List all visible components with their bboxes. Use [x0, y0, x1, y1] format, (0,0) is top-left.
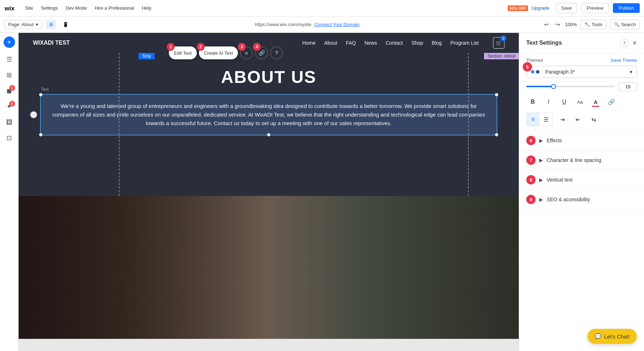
save-button[interactable]: Save [556, 3, 577, 13]
sidebar-item-media[interactable]: 🖼 [2, 115, 16, 129]
italic-button[interactable]: I [542, 95, 555, 108]
nav-about[interactable]: About [324, 40, 337, 46]
second-bar-right: ↩ ↪ 100% 🔧 Tools 🔍 Search [543, 20, 640, 29]
media-icon: 🖼 [6, 119, 13, 126]
font-size-slider[interactable] [526, 86, 615, 88]
text-direction-button[interactable]: ⇆ [587, 113, 600, 126]
connect-domain-link[interactable]: Connect Your Domain [314, 22, 359, 27]
theme-selector-dropdown[interactable]: Paragraph 3* ▾ [526, 66, 637, 78]
panel-close-button[interactable]: ✕ [632, 40, 637, 46]
menu-settings[interactable]: Settings [38, 4, 60, 12]
redo-button[interactable]: ↪ [554, 20, 561, 29]
floating-toolbar: 1 Edit Text 2 Create AI Text 3 [169, 46, 283, 59]
url-bar: https://www.wix.com/mysite Connect Your … [75, 22, 539, 27]
search-button-top[interactable]: 🔍 Search [610, 20, 640, 29]
menu-site[interactable]: Site [22, 4, 36, 12]
tools-icon: 🔧 [584, 22, 590, 27]
create-ai-text-button[interactable]: Create AI Text [199, 46, 238, 59]
mobile-icon: 📱 [63, 22, 69, 27]
nav-news[interactable]: News [365, 40, 377, 46]
font-color-button[interactable]: A [589, 95, 602, 108]
nav-blog[interactable]: Blog [432, 40, 442, 46]
resize-handle-bl[interactable] [39, 133, 43, 137]
menu-hire[interactable]: Hire a Professional [92, 4, 137, 12]
sidebar-item-wix-app[interactable]: ◼ 1 [2, 84, 16, 98]
rotate-handle[interactable]: ↺ [30, 111, 37, 118]
desktop-device-button[interactable]: 🖥 [46, 20, 56, 29]
font-size-row [526, 82, 637, 91]
nav-contact[interactable]: Contact [386, 40, 403, 46]
mobile-device-button[interactable]: 📱 [60, 20, 72, 29]
edit-text-wrapper: 1 Edit Text [169, 46, 197, 59]
step-3-badge: 3 [238, 43, 246, 51]
tools-button[interactable]: 🔧 Tools [580, 20, 606, 29]
nav-home[interactable]: Home [302, 40, 316, 46]
edit-text-label: Edit Text [174, 50, 192, 56]
themes-section: Themes Save Theme 5 Paragraph 3* ▾ [519, 53, 644, 131]
step3-wrapper: 3 « [240, 46, 253, 59]
slider-thumb[interactable] [551, 84, 556, 89]
sidebar-item-add-section[interactable]: ⊞ [2, 68, 16, 82]
resize-handle-br[interactable] [495, 133, 498, 137]
panel-help-button[interactable]: ? [620, 39, 629, 47]
desktop-icon: 🖥 [49, 22, 53, 27]
nav-program-list[interactable]: Program List [450, 40, 479, 46]
sidebar-item-widgets[interactable]: ⊡ [2, 131, 16, 145]
indent-increase-button[interactable]: ⇥ [556, 113, 569, 126]
underline-button[interactable]: U [558, 95, 571, 108]
upgrade-button[interactable]: Upgrade [532, 5, 550, 11]
theme-color-dots [531, 70, 540, 74]
site-logo: WIXADI TEST [33, 40, 70, 46]
slider-fill [526, 86, 553, 87]
save-theme-link[interactable]: Save Theme [611, 58, 637, 63]
add-element-button[interactable]: + [4, 36, 15, 48]
menu-help[interactable]: Help [139, 4, 154, 12]
create-ai-wrapper: 2 Create AI Text [199, 46, 238, 59]
zoom-display: 100% [565, 22, 577, 27]
publish-button[interactable]: Publish [613, 3, 640, 13]
resize-handle-tr[interactable] [495, 93, 498, 97]
seo-accessibility-section[interactable]: 9 ▶ SEO & accessibility [519, 190, 644, 209]
sidebar-item-design[interactable]: ✦ 2 [2, 99, 16, 114]
nav-faq[interactable]: FAQ [346, 40, 356, 46]
link-format-button[interactable]: 🔗 [605, 95, 618, 108]
chat-button[interactable]: 💬 Let's Chat! [587, 329, 637, 344]
page-name: Page: About [8, 22, 34, 27]
create-ai-label: Create AI Text [204, 50, 233, 56]
site-nav-links: Home About FAQ News Contact Shop Blog Pr… [302, 37, 504, 49]
cart-icon[interactable]: 🛒 0 [493, 37, 504, 49]
font-size-input[interactable] [619, 82, 637, 91]
font-style-button[interactable]: Aa [574, 95, 586, 108]
undo-button[interactable]: ↩ [543, 20, 550, 29]
help-icon-button[interactable]: ? [270, 46, 283, 59]
svg-text:wix: wix [4, 5, 15, 12]
resize-handle-bm[interactable] [267, 133, 270, 137]
step-2-badge: 2 [197, 43, 205, 51]
resize-handle-tl[interactable] [39, 93, 43, 97]
text-selection-box[interactable]: Text ↺ We're a young and talented group … [40, 94, 497, 135]
bold-button[interactable]: B [526, 95, 539, 108]
slider-track [526, 86, 615, 87]
theme-dot-1 [531, 70, 535, 74]
page-selector[interactable]: Page: About ▾ [4, 20, 42, 29]
effects-section[interactable]: 6 ▶ Effects [519, 131, 644, 150]
align-list-button[interactable]: ☰ [540, 113, 552, 126]
step-7-badge: 7 [526, 155, 536, 165]
panel-header: Text Settings ? ✕ [519, 33, 644, 53]
preview-button[interactable]: Preview [581, 3, 609, 13]
character-spacing-section[interactable]: 7 ▶ Character & line spacing [519, 150, 644, 170]
char-spacing-label: Character & line spacing [547, 157, 601, 163]
indent-decrease-button[interactable]: ⇤ [571, 113, 584, 126]
theme-chevron-icon: ▾ [630, 69, 632, 75]
nav-shop[interactable]: Shop [411, 40, 423, 46]
about-section[interactable]: 1 Edit Text 2 Create AI Text 3 [19, 53, 519, 196]
vertical-text-section[interactable]: 8 ▶ Vertical text [519, 170, 644, 190]
align-left-button[interactable]: ≡ [527, 113, 540, 126]
add-section-icon: ⊞ [6, 71, 12, 79]
menu-devmode[interactable]: Dev Mode [63, 4, 89, 12]
step-9-badge: 9 [526, 195, 536, 204]
canvas-area[interactable]: WIXADI TEST Home About FAQ News Contact … [19, 33, 519, 351]
seo-expand-icon: ▶ [539, 197, 543, 202]
sidebar-item-pages[interactable]: ☰ [2, 52, 16, 66]
wix-app-badge: 1 [9, 85, 15, 91]
